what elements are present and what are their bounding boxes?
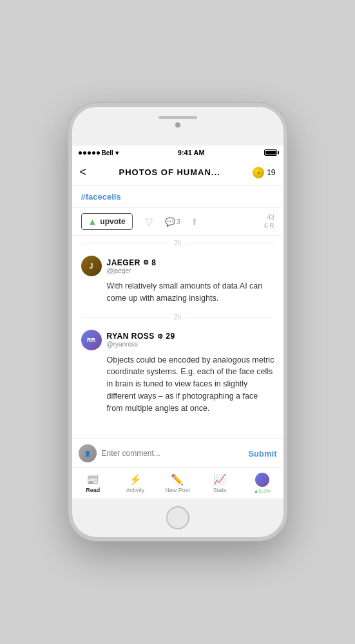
divider-line [81,243,169,243]
handle-ryanross: @ryanross [107,341,175,348]
upvote-label: upvote [100,217,125,226]
badge-count: 19 [267,168,275,177]
tab-new-post-label: New Post [165,487,190,493]
comment-icon: 💬 [165,217,175,227]
status-right [264,149,277,156]
hashtag-link[interactable]: #facecells [81,192,121,202]
user-info-ryanross: RYAN ROSS ⚙ 29 @ryanross [107,332,175,348]
time-label-1: 2h [174,240,181,247]
comment-header-ryanross: RR RYAN ROSS ⚙ 29 @ryanross [81,330,274,350]
username-jaeger: JAEGER ⚙ 8 [107,258,157,267]
phone-top [72,107,283,146]
back-button[interactable]: < [80,166,87,179]
activity-icon: ⚡ [129,473,142,486]
tab-bar: 📰 Read ⚡ Activity ✏️ New Post 📈 Stats ▲0… [72,468,283,498]
comment-jaeger: J JAEGER ⚙ 8 @jaeger With relatively sma… [72,251,283,310]
tab-portfolio-label: ▲0.3% [254,488,271,494]
status-left: Bell ▾ [79,149,119,156]
page-title: PHOTOS OF HUMAN... [119,167,220,177]
status-bar: Bell ▾ 9:41 AM [72,146,283,160]
share-button[interactable]: ⬆ [191,216,198,227]
time-divider-2: 2h [72,310,283,325]
notification-badge: ● 19 [253,167,275,178]
phone-speaker [158,116,197,119]
content-area: #facecells ▲ upvote ▽ 💬 3 ⬆ 43 6 R [72,185,283,439]
time-divider-1: 2h [72,236,283,251]
comment-text-jaeger: With relatively small amounts of data AI… [81,280,274,305]
upvote-count: 43 [264,213,274,222]
coin-icon: ● [253,167,264,178]
karma-icon-jaeger: ⚙ [143,259,149,266]
username-ryanross: RYAN ROSS ⚙ 29 [107,332,175,341]
tab-read[interactable]: 📰 Read [72,473,115,493]
tab-activity[interactable]: ⚡ Activity [114,473,157,493]
avatar-ryanross: RR [81,330,102,350]
avatar-jaeger: J [81,256,102,276]
comment-input-bar: 👤 Submit [72,439,283,468]
comment-input-field[interactable] [102,449,244,458]
commenter-avatar: 👤 [79,444,97,462]
action-bar: ▲ upvote ▽ 💬 3 ⬆ 43 6 R [72,208,283,236]
downvote-count: 6 R [264,222,274,230]
upvote-arrow-icon: ▲ [88,216,97,227]
vote-stats: 43 6 R [264,213,274,230]
handle-jaeger: @jaeger [107,267,157,274]
tab-portfolio[interactable]: ▲0.3% [241,473,283,494]
tab-new-post[interactable]: ✏️ New Post [157,473,199,493]
comment-text-ryanross: Objects could be encoded by analogous me… [81,354,274,415]
comment-count: 3 [177,218,180,225]
phone-bottom [72,498,283,537]
wifi-icon: ▾ [115,149,119,156]
battery-fill [265,151,276,155]
stats-icon: 📈 [213,473,226,486]
comment-ryanross: RR RYAN ROSS ⚙ 29 @ryanross Objects coul… [72,325,283,420]
portfolio-avatar [255,473,269,487]
share-icon: ⬆ [191,216,198,227]
user-info-jaeger: JAEGER ⚙ 8 @jaeger [107,258,157,274]
tab-read-label: Read [86,487,100,493]
signal-dots [79,151,100,155]
time-label-2: 2h [174,314,181,321]
home-button[interactable] [166,506,189,529]
hashtag-section: #facecells [72,185,283,208]
screen: Bell ▾ 9:41 AM < PHOTOS OF HUMAN... ● 19 [72,146,283,498]
new-post-icon: ✏️ [171,473,184,486]
comment-header-jaeger: J JAEGER ⚙ 8 @jaeger [81,256,274,276]
tab-activity-label: Activity [126,487,145,493]
carrier-label: Bell [102,149,113,156]
tab-stats-label: Stats [213,487,227,493]
divider-line-right [186,243,274,243]
tab-stats[interactable]: 📈 Stats [198,473,241,493]
upvote-button[interactable]: ▲ upvote [81,213,133,230]
nav-bar: < PHOTOS OF HUMAN... ● 19 [72,160,283,185]
downvote-button[interactable]: ▽ [143,216,155,227]
battery-icon [264,149,277,156]
phone-frame: Bell ▾ 9:41 AM < PHOTOS OF HUMAN... ● 19 [68,103,287,541]
divider-line-2 [81,317,169,317]
phone-camera [175,122,180,128]
read-icon: 📰 [86,473,99,486]
status-time: 9:41 AM [178,149,205,156]
divider-line-2-right [186,317,274,317]
comment-button[interactable]: 💬 3 [165,217,180,227]
karma-icon-ryanross: ⚙ [157,333,164,340]
submit-button[interactable]: Submit [248,449,276,459]
